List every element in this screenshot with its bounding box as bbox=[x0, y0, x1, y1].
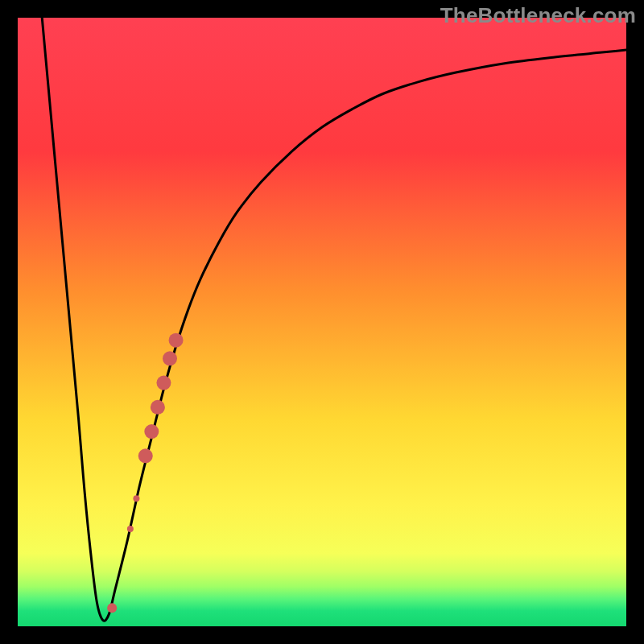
data-point bbox=[163, 351, 177, 365]
gradient-background bbox=[18, 18, 626, 626]
plot-area bbox=[18, 18, 626, 626]
data-point bbox=[138, 448, 153, 463]
watermark-text: TheBottleneck.com bbox=[440, 3, 636, 28]
chart-svg bbox=[18, 18, 626, 626]
data-point bbox=[133, 495, 139, 502]
data-point bbox=[151, 400, 165, 415]
data-point bbox=[169, 333, 184, 348]
data-point bbox=[156, 376, 171, 390]
data-point bbox=[107, 603, 117, 613]
data-point bbox=[144, 424, 159, 439]
data-point bbox=[127, 526, 134, 532]
chart-frame: TheBottleneck.com bbox=[0, 0, 644, 644]
